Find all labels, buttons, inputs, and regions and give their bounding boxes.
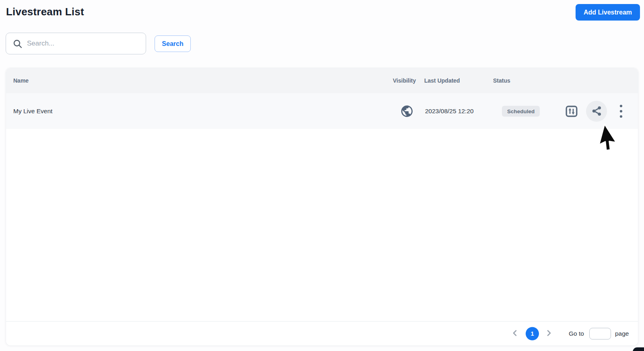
share-icon xyxy=(591,106,602,116)
search-box xyxy=(6,33,146,54)
table-row[interactable]: My Live Event 2023/08/25 12:20 Scheduled xyxy=(6,93,638,129)
globe-icon xyxy=(400,104,414,118)
search-button[interactable]: Search xyxy=(155,35,191,52)
floating-chat-widget[interactable] xyxy=(633,347,644,351)
more-options-button[interactable] xyxy=(617,103,625,119)
more-options-icon xyxy=(619,104,623,118)
share-button[interactable] xyxy=(586,101,607,122)
livestream-table-card: Name Visibility Last Updated Status My L… xyxy=(6,68,638,346)
goto-label: Go to xyxy=(569,330,584,337)
page-number-button[interactable]: 1 xyxy=(526,327,539,340)
livestream-name: My Live Event xyxy=(13,108,52,115)
stream-settings-button[interactable] xyxy=(566,105,578,117)
column-header-status: Status xyxy=(493,68,510,93)
chevron-left-icon xyxy=(512,329,518,336)
goto-page-input[interactable] xyxy=(589,328,611,339)
livestream-list-page: Livestream List Add Livestream Search Na… xyxy=(0,0,644,351)
status-cell: Scheduled xyxy=(502,106,540,116)
table-footer: 1 Go to page xyxy=(6,321,638,345)
column-header-last-updated: Last Updated xyxy=(424,68,460,93)
page-title: Livestream List xyxy=(6,6,84,18)
stream-settings-icon xyxy=(566,105,578,117)
page-label: page xyxy=(615,330,629,337)
last-updated-value: 2023/08/25 12:20 xyxy=(425,108,474,115)
column-header-visibility: Visibility xyxy=(393,68,416,93)
add-livestream-button[interactable]: Add Livestream xyxy=(576,4,640,21)
chevron-right-icon xyxy=(546,329,552,336)
next-page-button[interactable] xyxy=(545,328,553,339)
search-input[interactable] xyxy=(6,33,146,54)
table-header: Name Visibility Last Updated Status xyxy=(6,68,638,93)
status-badge: Scheduled xyxy=(502,106,540,116)
column-header-name: Name xyxy=(13,68,29,93)
previous-page-button[interactable] xyxy=(510,328,519,339)
